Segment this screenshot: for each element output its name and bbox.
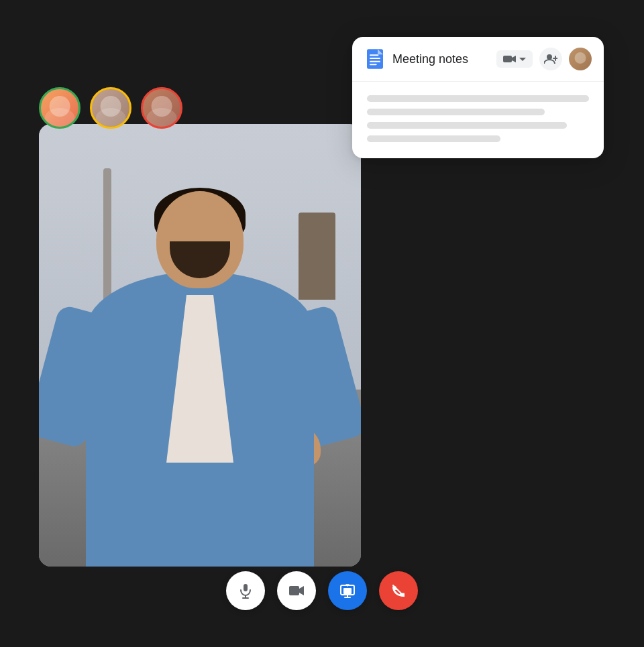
svg-rect-2 (370, 58, 380, 59)
video-feed (39, 124, 361, 567)
notes-content (352, 82, 604, 158)
participant-avatar-3[interactable] (141, 87, 182, 129)
end-call-button[interactable] (379, 571, 418, 610)
docs-icon (364, 48, 386, 70)
present-icon (339, 583, 356, 599)
svg-rect-12 (289, 586, 299, 595)
content-line-2 (367, 109, 545, 115)
end-call-icon (390, 583, 407, 599)
content-line-4 (367, 135, 500, 142)
svg-rect-1 (370, 54, 378, 56)
notes-header: Meeting notes (352, 37, 604, 82)
content-line-1 (367, 95, 589, 102)
video-call-button[interactable] (496, 50, 533, 68)
avatar-face-2 (92, 89, 129, 127)
video-icon (503, 54, 517, 64)
add-person-icon (544, 53, 557, 65)
participant-avatar-2[interactable] (90, 87, 131, 129)
add-person-button[interactable] (539, 48, 562, 70)
svg-rect-5 (503, 56, 512, 62)
participants-strip (39, 87, 182, 129)
mic-icon (237, 583, 254, 599)
chevron-down-icon (519, 58, 526, 61)
notes-title: Meeting notes (392, 52, 490, 66)
svg-rect-14 (343, 588, 352, 594)
controls-bar (226, 571, 418, 610)
user-avatar-header[interactable] (569, 48, 592, 70)
person-in-video (59, 178, 341, 567)
avatar-face-1 (41, 89, 78, 127)
svg-rect-9 (244, 584, 248, 591)
camera-icon (288, 583, 305, 599)
svg-rect-4 (370, 64, 377, 65)
participant-avatar-1[interactable] (39, 87, 80, 129)
present-button[interactable] (328, 571, 367, 610)
svg-point-6 (547, 54, 552, 60)
svg-rect-3 (370, 61, 380, 62)
video-background (39, 124, 361, 567)
main-scene: Meeting notes (0, 0, 644, 647)
mic-button[interactable] (226, 571, 265, 610)
content-line-3 (367, 122, 567, 129)
avatar-face-3 (143, 89, 180, 127)
camera-button[interactable] (277, 571, 316, 610)
meeting-notes-panel: Meeting notes (352, 37, 604, 158)
